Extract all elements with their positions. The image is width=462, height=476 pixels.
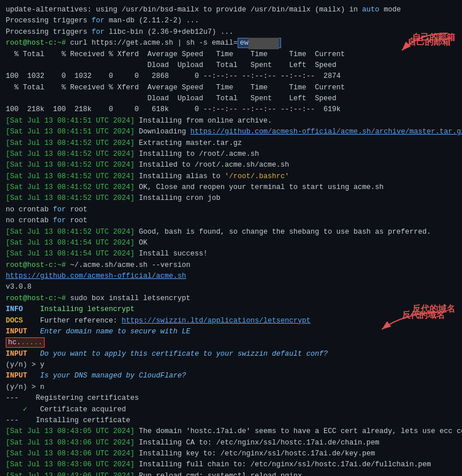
table-data-1: 100 1032 0 1032 0 0 2868 0 --:--:-- --:-… <box>6 71 456 82</box>
email-arrow <box>373 27 453 62</box>
domain-input-box: hc...... <box>6 337 45 348</box>
ts-line-15: [Sat Jul 13 08:41:52 UTC 2024] Installed… <box>6 160 456 171</box>
ts-line-39: [Sat Jul 13 08:43:05 UTC 2024] The domai… <box>6 426 456 437</box>
ts-line-11: [Sat Jul 13 08:41:51 UTC 2024] Installin… <box>6 116 456 127</box>
input-line-2: INPUT Do you want to apply this certific… <box>6 349 456 360</box>
ts-line-18: [Sat Jul 13 08:41:52 UTC 2024] Installin… <box>6 193 456 204</box>
table-data-2: 100 218k 100 218k 0 0 618k 0 --:--:-- --… <box>6 104 456 115</box>
command-2: root@host-c:~# ~/.acme.sh/acme.sh --vers… <box>6 260 456 271</box>
crontab-1: no crontab for root <box>6 204 456 215</box>
acme-url: https://github.com/acmesh-official/acme.… <box>6 271 456 282</box>
ts-line-16: [Sat Jul 13 08:41:52 UTC 2024] Installin… <box>6 171 456 182</box>
yn-answer-2: (y/n) > n <box>6 382 456 393</box>
table-header-2: % Total % Received % Xferd Average Speed… <box>6 82 456 93</box>
acme-version: v3.0.8 <box>6 282 456 293</box>
table-sub-2: Dload Upload Total Spent Left Speed <box>6 93 456 104</box>
domain-arrow <box>359 305 451 337</box>
cert-acquired: ✓ Certificate acquired <box>6 404 456 415</box>
command-3: root@host-c:~# sudo box install letsencr… <box>6 293 456 304</box>
yn-answer-1: (y/n) > y <box>6 360 456 371</box>
input-line-3: INPUT Is your DNS managed by CloudFlare? <box>6 371 456 381</box>
ts-line-22: [Sat Jul 13 08:41:54 UTC 2024] OK <box>6 238 456 249</box>
registering-line: --- Registering certificates <box>6 393 456 404</box>
ts-line-21: [Sat Jul 13 08:41:52 UTC 2024] Good, bas… <box>6 227 456 238</box>
ts-line-12: [Sat Jul 13 08:41:51 UTC 2024] Downloadi… <box>6 127 456 137</box>
input-value-line: hc...... <box>6 337 456 348</box>
installing-cert: --- Installing certificate <box>6 415 456 426</box>
ts-line-13: [Sat Jul 13 08:41:52 UTC 2024] Extractin… <box>6 138 456 149</box>
ts-line-40: [Sat Jul 13 08:43:06 UTC 2024] Installin… <box>6 438 456 449</box>
ts-line-23: [Sat Jul 13 08:41:54 UTC 2024] Install s… <box>6 249 456 259</box>
ts-line-17: [Sat Jul 13 08:41:52 UTC 2024] OK, Close… <box>6 182 456 193</box>
terminal-window: update-alternatives: using /usr/bin/bsd-… <box>6 5 456 476</box>
ts-line-43: [Sat Jul 13 08:43:06 UTC 2024] Run reloa… <box>6 471 456 476</box>
ts-line-42: [Sat Jul 13 08:43:06 UTC 2024] Installin… <box>6 459 456 470</box>
line-2: Processing triggers for man-db (2.11.2-2… <box>6 15 456 26</box>
line-1: update-alternatives: using /usr/bin/bsd-… <box>6 5 456 15</box>
crontab-2: no crontab for root <box>6 215 456 226</box>
email-input-highlight: ew <box>238 38 281 48</box>
ts-line-14: [Sat Jul 13 08:41:52 UTC 2024] Installin… <box>6 149 456 160</box>
ts-line-41: [Sat Jul 13 08:43:06 UTC 2024] Installin… <box>6 449 456 459</box>
